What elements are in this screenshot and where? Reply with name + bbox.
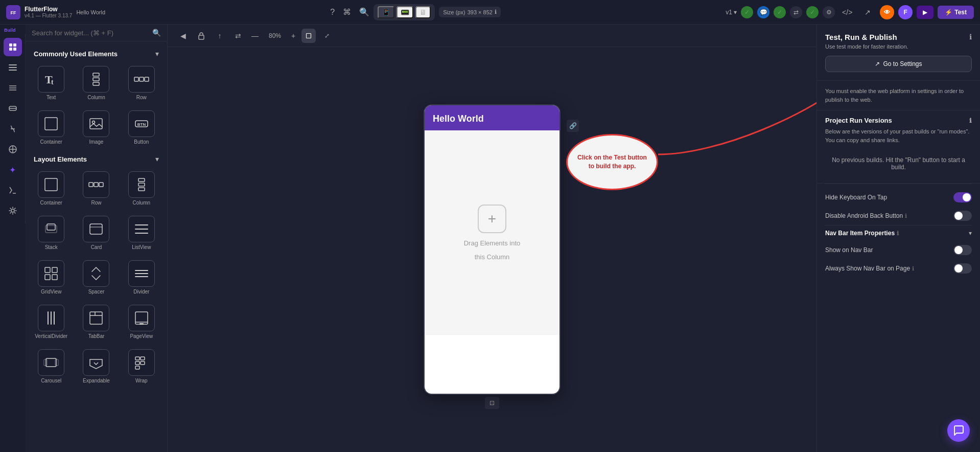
column-widget-label: Column bbox=[87, 95, 105, 100]
version-dropdown[interactable]: v1 ▾ bbox=[726, 9, 737, 16]
show-on-nav-bar-toggle[interactable] bbox=[953, 245, 972, 255]
right-panel-top: Test, Run & Publish Use test mode for fa… bbox=[817, 25, 980, 81]
go-to-settings-btn[interactable]: ↗ Go to Settings bbox=[825, 56, 972, 72]
layout-item-divider[interactable]: Divider bbox=[120, 256, 163, 299]
help-icon[interactable]: ? bbox=[330, 8, 335, 17]
layout-spacer-icon bbox=[83, 260, 109, 287]
desktop-device-btn[interactable]: 🖥 bbox=[415, 6, 431, 18]
canvas-frame-btn[interactable] bbox=[301, 29, 316, 43]
svg-rect-67 bbox=[141, 357, 145, 360]
widget-search-input[interactable] bbox=[32, 29, 148, 37]
nav-bar-properties-row[interactable]: Nav Bar Item Properties ℹ ▾ bbox=[817, 225, 980, 241]
widget-item-button[interactable]: BTN Button bbox=[120, 106, 163, 149]
layout-expandable-label: Expandable bbox=[83, 378, 110, 383]
left-icon-integrations[interactable] bbox=[4, 140, 22, 159]
layout-elements-chevron[interactable]: ▾ bbox=[155, 155, 159, 163]
svg-rect-72 bbox=[307, 33, 311, 38]
tablet-device-btn[interactable]: 📟 bbox=[396, 6, 413, 18]
svg-rect-22 bbox=[93, 73, 99, 76]
external-link-btn[interactable]: ↗ bbox=[859, 4, 876, 20]
zoom-out-btn[interactable]: — bbox=[249, 32, 261, 40]
layout-pageview-label: PageView bbox=[130, 333, 153, 339]
widget-item-column[interactable]: Column bbox=[75, 62, 118, 104]
canvas-share-btn[interactable]: ⇄ bbox=[231, 29, 245, 43]
layout-item-container[interactable]: Container bbox=[30, 167, 73, 210]
left-icon-build[interactable] bbox=[4, 38, 22, 56]
svg-rect-35 bbox=[94, 183, 98, 187]
layout-item-carousel[interactable]: Carousel bbox=[30, 345, 73, 388]
widget-item-container[interactable]: Container bbox=[30, 106, 73, 149]
layout-item-spacer[interactable]: Spacer bbox=[75, 256, 118, 299]
disable-back-button-row: Disable Android Back Button ℹ bbox=[817, 207, 980, 225]
widget-item-text[interactable]: Tt Text bbox=[30, 62, 73, 104]
canvas-expand-btn[interactable]: ⤢ bbox=[320, 29, 334, 43]
widget-item-row[interactable]: Row bbox=[120, 62, 163, 104]
status-check-2: ✓ bbox=[774, 6, 786, 18]
run-button[interactable]: ▶ bbox=[917, 6, 934, 19]
zoom-in-btn[interactable]: + bbox=[289, 32, 297, 40]
commonly-used-chevron[interactable]: ▾ bbox=[155, 50, 159, 58]
layout-item-stack[interactable]: Stack bbox=[30, 212, 73, 254]
layout-item-listview[interactable]: ListView bbox=[120, 212, 163, 254]
layout-item-wrap[interactable]: Wrap bbox=[120, 345, 163, 388]
code-view-btn[interactable]: </> bbox=[839, 4, 855, 20]
layout-item-tabbar[interactable]: TabBar bbox=[75, 301, 118, 343]
hide-keyboard-toggle[interactable] bbox=[953, 192, 972, 202]
svg-rect-5 bbox=[13, 48, 16, 51]
layout-item-column[interactable]: Column bbox=[120, 167, 163, 210]
project-run-section: Project Run Versions ℹ Below are the ver… bbox=[817, 110, 980, 184]
layout-item-pageview[interactable]: PageView bbox=[120, 301, 163, 343]
canvas-resize-btn[interactable]: ⊡ bbox=[485, 397, 499, 409]
layout-elements-grid: Container Row Column bbox=[26, 165, 167, 390]
canvas-lock-btn[interactable] bbox=[194, 29, 208, 43]
svg-rect-65 bbox=[55, 359, 58, 366]
left-icon-database[interactable] bbox=[4, 99, 22, 118]
commonly-used-title: Commonly Used Elements bbox=[34, 50, 118, 58]
canvas-upload-btn[interactable]: ↑ bbox=[213, 29, 227, 43]
search-icon[interactable]: 🔍 bbox=[359, 7, 369, 17]
right-panel-info-icon: ℹ bbox=[969, 33, 972, 41]
canvas-link-btn[interactable]: 🔗 bbox=[567, 120, 579, 132]
disable-back-toggle[interactable] bbox=[953, 211, 972, 221]
user-avatar[interactable]: 👁 bbox=[880, 5, 894, 19]
canvas-bottom-control: ⊡ bbox=[485, 397, 499, 409]
left-icon-functions[interactable] bbox=[4, 120, 22, 138]
status-gear: ⚙ bbox=[823, 6, 835, 18]
layout-item-card[interactable]: Card bbox=[75, 212, 118, 254]
user-avatar-2[interactable]: F bbox=[898, 5, 913, 19]
layout-item-verticaldivider[interactable]: VerticalDivider bbox=[30, 301, 73, 343]
hide-keyboard-label: Hide Keyboard On Tap bbox=[825, 194, 887, 201]
layout-container-icon bbox=[38, 171, 64, 198]
always-show-nav-bar-info-icon: ℹ bbox=[912, 265, 914, 272]
project-run-info-icon: ℹ bbox=[969, 117, 972, 124]
always-show-nav-bar-toggle[interactable] bbox=[953, 263, 972, 274]
svg-rect-39 bbox=[138, 188, 145, 191]
disable-back-button-label: Disable Android Back Button ℹ bbox=[825, 212, 907, 219]
layout-item-expandable[interactable]: Expandable bbox=[75, 345, 118, 388]
topbar: FF FlutterFlow v4.1 — Flutter 3.13.7 Hel… bbox=[0, 0, 980, 25]
nav-bar-chevron[interactable]: ▾ bbox=[969, 230, 972, 237]
left-icon-sidebar: ✦ bbox=[0, 34, 26, 224]
svg-rect-26 bbox=[139, 77, 144, 81]
widget-item-image[interactable]: Image bbox=[75, 106, 118, 149]
mobile-device-btn[interactable]: 📱 bbox=[378, 6, 394, 18]
canvas-back-btn[interactable]: ◀ bbox=[176, 29, 190, 43]
keyboard-icon[interactable]: ⌘ bbox=[343, 7, 351, 17]
svg-rect-29 bbox=[90, 119, 102, 129]
dimensions: 393 × 852 bbox=[468, 9, 493, 15]
left-icon-settings[interactable] bbox=[4, 201, 22, 220]
layout-item-gridview[interactable]: GridView bbox=[30, 256, 73, 299]
search-icon: 🔍 bbox=[152, 29, 161, 37]
left-icon-layers[interactable] bbox=[4, 79, 22, 97]
no-builds-text: No previous builds. Hit the "Run" button… bbox=[825, 150, 972, 177]
left-icon-api[interactable] bbox=[4, 181, 22, 199]
left-icon-nav[interactable] bbox=[4, 58, 22, 77]
layout-gridview-label: GridView bbox=[41, 289, 61, 295]
chat-button[interactable] bbox=[947, 419, 970, 442]
svg-rect-69 bbox=[141, 361, 145, 365]
test-button[interactable]: ⚡ ⚡ Test Test bbox=[938, 6, 974, 19]
layout-spacer-label: Spacer bbox=[88, 289, 105, 295]
left-icon-sparkle[interactable]: ✦ bbox=[4, 161, 22, 179]
widget-scroll-area: Commonly Used Elements ▾ Tt Text Column bbox=[26, 41, 167, 452]
layout-item-row[interactable]: Row bbox=[75, 167, 118, 210]
